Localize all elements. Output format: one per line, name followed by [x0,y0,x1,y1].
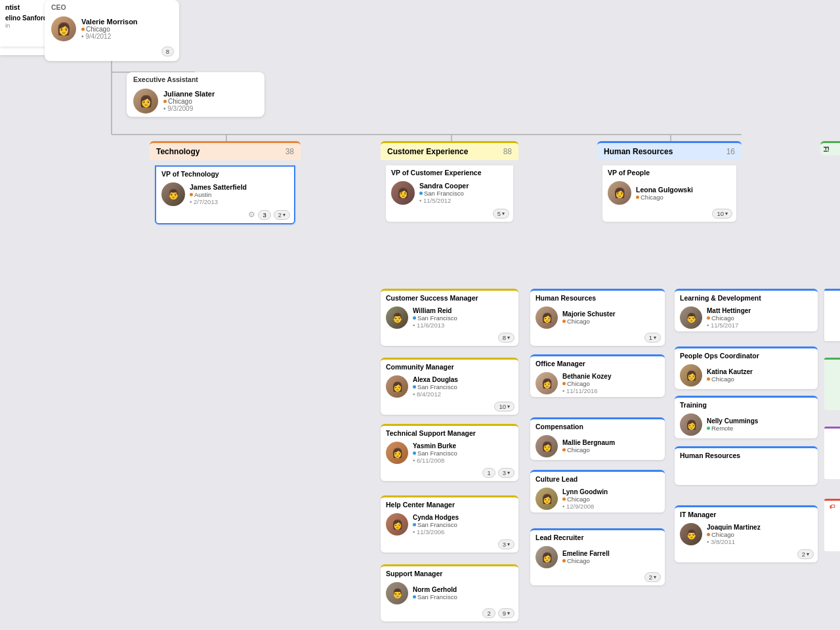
vp-customer-title: VP of Customer Experience [386,165,513,178]
customer-success-avatar: 👨 [386,306,408,329]
right-partial-acm [824,289,840,341]
community-manager-avatar: 👩 [386,375,408,398]
community-manager-card[interactable]: Community Manager 👩 Alexa Douglas San Fr… [381,358,518,415]
william-reid-name: William Reid [413,307,457,314]
finance-partial-header: Fi [820,141,840,156]
technology-dept-block: Technology 38 VP of Technology 👨 James S… [150,141,301,230]
vp-technology-avatar: 👨 [161,182,185,206]
hr-ld-card[interactable]: Human Resources [675,446,818,485]
learning-dev-avatar: 👨 [680,306,702,329]
ceo-location: Chicago [86,26,110,33]
technology-dept-count: 38 [285,147,294,156]
customer-success-card[interactable]: Customer Success Manager 👨 William Reid … [381,289,518,346]
hr-sub-card[interactable]: Human Resources 👩 Majorie Schuster Chica… [530,289,665,346]
right-partial-bu: 🏷 [824,499,840,551]
ceo-card: CEO 👩 Valerie Morrison Chicago • 9/4/201… [45,0,179,61]
compensation-card[interactable]: Compensation 👩 Mallie Bergnaum Chicago [530,417,665,460]
vp-people-avatar: 👩 [608,181,631,205]
people-ops-card[interactable]: People Ops Coordinator 👩 Katina Kautzer … [675,346,818,389]
customer-experience-count: 88 [503,147,512,156]
culture-lead-card[interactable]: Culture Lead 👩 Lynn Goodwin Chicago • 12… [530,470,665,513]
office-manager-card[interactable]: Office Manager 👩 Bethanie Kozey Chicago … [530,354,665,397]
office-manager-avatar: 👩 [536,372,558,394]
customer-experience-dept: Customer Experience 88 VP of Customer Ex… [381,141,518,227]
technology-dept-name: Technology [156,147,200,156]
training-card[interactable]: Training 👩 Nelly Cummings Remote [675,396,818,438]
ceo-name: Valerie Morrison [81,18,138,26]
customer-experience-name: Customer Experience [387,147,468,156]
lead-recruiter-avatar: 👩 [536,546,558,568]
hr-sub-count[interactable]: 1 ▾ [644,333,661,343]
vp-tech-gear-icon[interactable]: ⚙ [248,210,255,220]
it-manager-avatar: 👨 [680,523,702,545]
hr-dept: Human Resources 16 VP of People 👩 Leona … [597,141,742,227]
lead-recruiter-card[interactable]: Lead Recruiter 👩 Emeline Farrell Chicago… [530,528,665,585]
customer-experience-header: Customer Experience 88 [381,141,518,160]
vp-people-title: VP of People [602,165,736,178]
vp-customer-count[interactable]: 5 ▾ [493,209,509,219]
hr-dept-name: Human Resources [604,147,673,156]
support-manager-card[interactable]: Support Manager 👨 Norm Gerhold San Franc… [381,564,518,621]
vp-customer-avatar: 👩 [391,181,415,205]
it-manager-card[interactable]: IT Manager 👨 Joaquin Martinez Chicago • … [675,505,818,562]
help-center-count[interactable]: 3 ▾ [498,539,514,549]
training-avatar: 👩 [680,413,702,436]
nelly-cummings-name: Nelly Cummings [707,417,758,425]
vp-people-card[interactable]: VP of People 👩 Leona Gulgowski Chicago 1… [602,165,736,222]
vp-technology-card[interactable]: VP of Technology 👨 James Satterfield Aus… [155,165,295,224]
people-ops-avatar: 👩 [680,364,702,387]
tech-support-count1[interactable]: 1 [482,468,495,478]
it-manager-count[interactable]: 2 ▾ [797,549,814,559]
vp-technology-name: James Satterfield [190,183,247,191]
exec-assistant-card: Executive Assistant 👩 Julianne Slater Ch… [127,72,264,117]
hr-dept-count: 16 [726,147,735,156]
compensation-avatar: 👩 [536,435,558,457]
ceo-date: • 9/4/2012 [81,33,138,40]
tech-support-avatar: 👩 [386,442,408,464]
right-partial-se [824,427,840,479]
loc-pip-ceo [81,28,85,31]
culture-lead-avatar: 👩 [536,488,558,510]
vp-technology-title: VP of Technology [156,167,294,180]
support-manager-avatar: 👨 [386,582,408,604]
support-manager-count1[interactable]: 2 [482,608,495,618]
lead-recruiter-count[interactable]: 2 ▾ [644,572,661,582]
vp-customer-name: Sandra Cooper [419,182,469,190]
exec-assistant-name: Julianne Slater [163,90,215,98]
hr-dept-header: Human Resources 16 [597,141,742,160]
support-manager-count2[interactable]: 9 ▾ [498,608,514,618]
tech-support-count2[interactable]: 3 ▾ [498,468,514,478]
vp-people-name: Leona Gulgowski [636,186,693,194]
technology-dept-header: Technology 38 [150,141,301,160]
vp-customer-card[interactable]: VP of Customer Experience 👩 Sandra Coope… [386,165,513,222]
org-chart-canvas: 2 Content ll Rowe in 2009 5 ▾ tor ee Mat… [0,0,840,630]
hr-sub-avatar: 👩 [536,306,558,329]
ceo-avatar: 👩 [51,16,76,41]
exec-assistant-avatar: 👩 [133,89,158,114]
help-center-card[interactable]: Help Center Manager 👩 Cynda Hodges San F… [381,495,518,553]
william-reid-count[interactable]: 8 ▾ [498,333,514,343]
tech-support-card[interactable]: Technical Support Manager 👩 Yasmin Burke… [381,424,518,481]
learning-dev-card[interactable]: Learning & Development 👨 Matt Hettinger … [675,289,818,331]
ceo-info: Valerie Morrison Chicago • 9/4/2012 [81,18,138,40]
right-partial-finance [824,358,840,410]
vp-tech-count-badge[interactable]: 2 ▾ [274,210,290,220]
help-center-avatar: 👩 [386,513,408,536]
vp-people-count[interactable]: 10 ▾ [712,209,732,219]
vp-tech-count[interactable]: 3 [258,210,270,220]
exec-assistant-title: Executive Assistant [127,72,264,85]
ceo-count-badge[interactable]: 8 [161,47,174,56]
ceo-title: CEO [45,0,179,13]
community-manager-count[interactable]: 10 ▾ [494,402,514,411]
nelly-location: Remote [711,425,733,432]
